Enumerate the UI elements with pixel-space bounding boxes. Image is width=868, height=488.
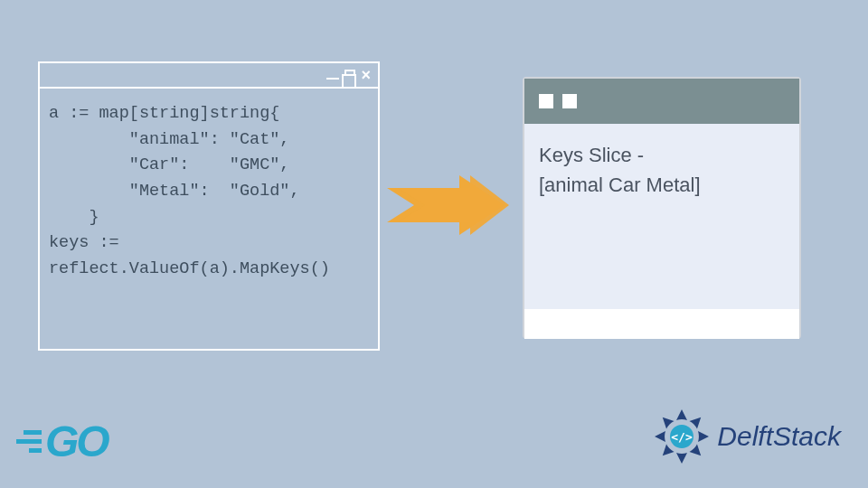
output-body: Keys Slice - [animal Car Metal] [524, 124, 799, 309]
minimize-icon [326, 78, 339, 80]
go-logo-text: GO [45, 417, 108, 466]
output-titlebar [524, 79, 799, 124]
code-line: } [49, 208, 99, 227]
code-line: "Metal": "Gold", [49, 182, 300, 201]
output-line: Keys Slice - [539, 140, 785, 170]
svg-text:</>: </> [672, 430, 693, 444]
code-line: "Car": "GMC", [49, 155, 289, 174]
output-line: [animal Car Metal] [539, 170, 785, 200]
delftstack-logo: </> DelftStack [650, 405, 841, 468]
code-body: a := map[string]string{ "animal": "Cat",… [40, 89, 378, 296]
code-line: a := map[string]string{ [49, 104, 279, 123]
window-dot-icon [539, 94, 553, 108]
output-window: Keys Slice - [animal Car Metal] [523, 77, 801, 339]
code-line: reflect.ValueOf(a).MapKeys() [49, 259, 330, 278]
close-icon: × [361, 69, 371, 81]
window-dot-icon [562, 94, 577, 108]
go-speed-lines-icon [16, 430, 42, 453]
code-window: × a := map[string]string{ "animal": "Cat… [38, 61, 380, 351]
output-footer [524, 309, 799, 339]
delftstack-badge-icon: </> [650, 405, 713, 468]
go-logo: GO [16, 417, 108, 466]
maximize-icon [344, 70, 355, 80]
delftstack-logo-text: DelftStack [717, 421, 841, 452]
code-line: keys := [49, 233, 119, 252]
code-line: "animal": "Cat", [49, 130, 289, 149]
arrow-icon [387, 172, 509, 239]
code-window-titlebar: × [40, 63, 378, 89]
